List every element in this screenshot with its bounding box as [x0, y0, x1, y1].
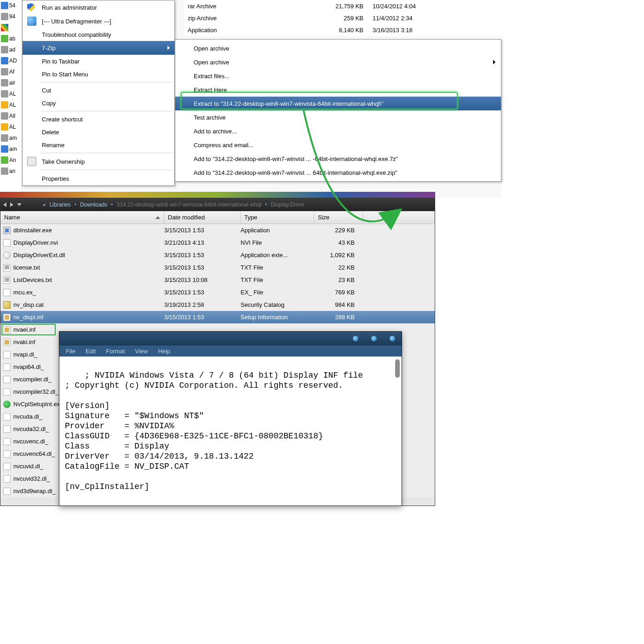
file-row[interactable]: zip Archive259 KB11/4/2012 2:34: [184, 12, 501, 24]
file-row[interactable]: rar Archive21,759 KB10/24/2012 4:04: [184, 0, 501, 12]
nav-history-icon[interactable]: [17, 203, 22, 206]
sidebar-item-label: am: [9, 135, 17, 141]
file-row[interactable]: ListDevices.txt3/15/2013 10:08TXT File23…: [0, 274, 435, 286]
sidebar-item[interactable]: an: [0, 166, 22, 177]
file-row[interactable]: license.txt3/15/2013 1:53TXT File22 KB: [0, 261, 435, 274]
breadcrumb-downloads[interactable]: Downloads: [80, 201, 107, 208]
ctx-delete[interactable]: Delete: [23, 126, 174, 138]
ctx-ultra-defrag[interactable]: [--- Ultra Defragmenter ---]: [23, 14, 174, 28]
sidebar-item[interactable]: ab: [0, 33, 22, 44]
sub-extract-files[interactable]: Extract files...: [175, 69, 501, 83]
file-icon: [1, 101, 8, 109]
col-header-type[interactable]: Type: [241, 211, 314, 224]
sub-extract-here[interactable]: Extract Here: [175, 83, 501, 97]
sidebar-item[interactable]: ad: [0, 44, 22, 55]
ctx-pin-start[interactable]: Pin to Start Menu: [23, 68, 174, 80]
sidebar-item[interactable]: An: [0, 155, 22, 166]
nav-forward-icon[interactable]: [10, 202, 13, 207]
sub-add-7z[interactable]: Add to "314.22-desktop-win8-win7-winvist…: [175, 152, 501, 166]
file-icon: [1, 145, 8, 153]
window-close-icon[interactable]: [390, 336, 395, 341]
col-header-size[interactable]: Size: [314, 211, 363, 224]
breadcrumb-bar: « Libraries • Downloads • 314.22-desktop…: [0, 198, 435, 211]
sub-add-to-archive[interactable]: Add to archive...: [175, 124, 501, 138]
sub-test-archive[interactable]: Test archive: [175, 110, 501, 124]
sub-add-zip[interactable]: Add to "314.22-desktop-win8-win7-winvist…: [175, 166, 501, 179]
sidebar-item[interactable]: AD: [0, 55, 22, 66]
sub-open-archive-1[interactable]: Open archive: [175, 41, 501, 55]
ctx-7zip[interactable]: 7-Zip: [23, 41, 174, 55]
notepad-text-area[interactable]: ; NVIDIA Windows Vista / 7 / 8 (64 bit) …: [59, 356, 402, 506]
page-icon: [3, 376, 11, 383]
file-row[interactable]: DisplayDriver.nvi3/21/2013 4:13NVI File4…: [0, 236, 435, 249]
notepad-menu-format[interactable]: Format: [106, 348, 125, 355]
file-row[interactable]: dbInstaller.exe3/15/2013 1:53Application…: [0, 224, 435, 236]
scrollbar-thumb[interactable]: [395, 359, 400, 378]
window-min-icon[interactable]: [353, 336, 358, 341]
sub-compress-email[interactable]: Compress and email...: [175, 138, 501, 152]
file-name: nvd3d9wrap.dl_: [13, 488, 56, 494]
upper-sidebar: 5494abadADAfairALALAllALamamAnan: [0, 0, 22, 193]
sidebar-item[interactable]: AL: [0, 88, 22, 99]
col-header-date[interactable]: Date modified: [164, 211, 241, 224]
file-row[interactable]: mcu.ex_3/15/2013 1:53EX_ File769 KB: [0, 286, 435, 299]
sidebar-item[interactable]: All: [0, 110, 22, 121]
sidebar-item[interactable]: AL: [0, 99, 22, 110]
notepad-menu-help[interactable]: Help: [158, 348, 170, 355]
breadcrumb-libraries[interactable]: Libraries: [50, 201, 71, 208]
notepad-menubar: FileEditFormatViewHelp: [59, 345, 402, 356]
file-name: nvapi64.dl_: [13, 363, 44, 370]
txt-icon: [3, 276, 11, 284]
sidebar-item[interactable]: AL: [0, 121, 22, 132]
ctx-run-as-admin[interactable]: Run as administrator: [23, 0, 174, 14]
file-row[interactable]: nv_disp.cat3/19/2013 2:58Security Catalo…: [0, 299, 435, 311]
sidebar-item[interactable]: 94: [0, 11, 22, 22]
file-row[interactable]: nv_dispi.inf3/15/2013 1:53Setup Informat…: [0, 311, 435, 323]
file-name: NvCplSetupInt.exe: [13, 401, 63, 408]
file-icon: [1, 24, 8, 31]
notepad-menu-file[interactable]: File: [66, 348, 75, 355]
nav-back-icon[interactable]: [3, 202, 6, 207]
file-type: Application: [184, 27, 313, 34]
sidebar-item-label: An: [9, 157, 16, 163]
ctx-rename[interactable]: Rename: [23, 138, 174, 151]
file-name: DisplayDriverExt.dll: [13, 252, 65, 259]
window-max-icon[interactable]: [371, 336, 377, 341]
ctx-properties[interactable]: Properties: [23, 172, 174, 185]
file-type: Security Catalog: [241, 301, 314, 308]
ctx-create-shortcut[interactable]: Create shortcut: [23, 113, 174, 126]
sidebar-item[interactable]: air: [0, 77, 22, 88]
sub-open-archive-2[interactable]: Open archive: [175, 55, 501, 69]
breadcrumb-folder[interactable]: 314.22-desktop-win8-win7-winvista-64bit-…: [117, 201, 262, 208]
breadcrumb-sep-icon: •: [75, 201, 76, 208]
ctx-troubleshoot[interactable]: Troubleshoot compatibility: [23, 28, 174, 41]
sidebar-item[interactable]: 54: [0, 0, 22, 11]
ctx-copy[interactable]: Copy: [23, 97, 174, 109]
sidebar-item[interactable]: [0, 22, 22, 33]
file-name: nvcompiler.dl_: [13, 376, 52, 383]
file-row[interactable]: Application8,140 KB3/16/2013 3:18: [184, 24, 501, 36]
breadcrumb-prev[interactable]: «: [43, 201, 46, 208]
file-icon: [1, 35, 8, 42]
sidebar-item[interactable]: am: [0, 144, 22, 155]
notepad-titlebar[interactable]: [59, 332, 402, 345]
file-name: nvapi.dl_: [13, 351, 37, 358]
breadcrumb-display-driver[interactable]: Display.Driver: [271, 201, 305, 208]
sidebar-item[interactable]: Af: [0, 66, 22, 77]
nvcpl-icon: [3, 401, 11, 408]
file-type: NVI File: [241, 239, 314, 246]
file-row[interactable]: DisplayDriverExt.dll3/15/2013 1:53Applic…: [0, 249, 435, 261]
file-size: 984 KB: [314, 301, 363, 308]
inf-icon: [3, 314, 11, 321]
col-header-name[interactable]: Name: [0, 211, 164, 224]
ctx-cut[interactable]: Cut: [23, 84, 174, 97]
ctx-take-ownership[interactable]: Take Ownership: [23, 155, 174, 168]
file-icon: [1, 112, 8, 120]
submenu-arrow-icon: [167, 46, 170, 50]
sub-extract-to-folder[interactable]: Extract to "314.22-desktop-win8-win7-win…: [175, 97, 501, 110]
notepad-menu-edit[interactable]: Edit: [86, 348, 96, 355]
file-icon: [1, 90, 8, 98]
sidebar-item[interactable]: am: [0, 132, 22, 144]
ctx-pin-taskbar[interactable]: Pin to Taskbar: [23, 55, 174, 68]
notepad-menu-view[interactable]: View: [135, 348, 148, 355]
